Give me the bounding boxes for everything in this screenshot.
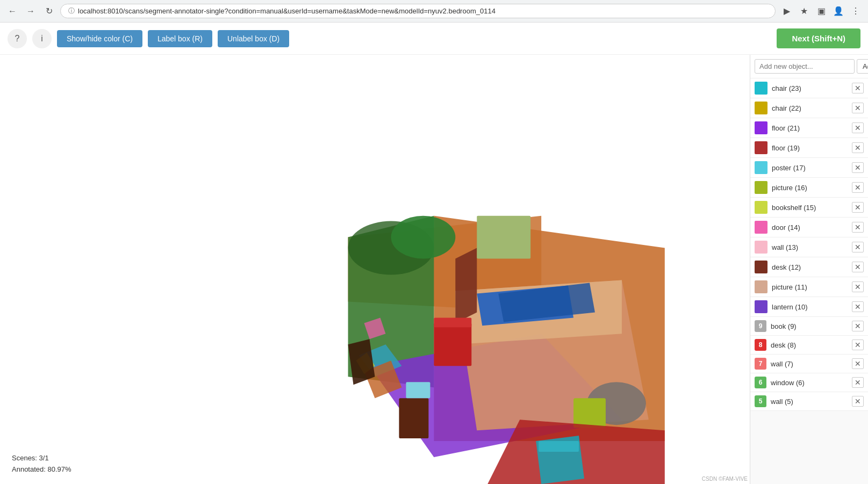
add-object-row: Add	[750, 55, 868, 78]
info-button[interactable]: i	[32, 29, 52, 48]
color-swatch	[755, 102, 767, 114]
remove-label-button[interactable]: ✕	[852, 202, 864, 213]
remove-label-button[interactable]: ✕	[852, 301, 864, 312]
svg-rect-12	[434, 317, 471, 327]
remove-label-button[interactable]: ✕	[852, 281, 864, 292]
color-swatch	[755, 300, 767, 313]
label-name: door (14)	[772, 223, 848, 232]
label-name: wall (5)	[771, 398, 848, 406]
cast-button[interactable]: ▶	[780, 4, 794, 18]
label-name: chair (23)	[772, 84, 848, 92]
label-box-button[interactable]: Label box (R)	[148, 30, 212, 47]
sidebar: Add chair (23)✕chair (22)✕floor (21)✕flo…	[750, 55, 868, 484]
label-name: book (9)	[771, 322, 848, 330]
status-bar: Scenes: 3/1 Annotated: 80.97%	[5, 450, 78, 479]
browser-actions: ▶ ★ ▣ 👤 ⋮	[780, 4, 863, 18]
browser-chrome: ← → ↻ ⓘ localhost:8010/scans/segment-ann…	[0, 0, 868, 23]
remove-label-button[interactable]: ✕	[852, 103, 864, 113]
color-swatch	[755, 161, 767, 174]
toolbar: ? i Show/hide color (C) Label box (R) Un…	[0, 23, 868, 55]
svg-rect-25	[406, 382, 430, 398]
remove-label-button[interactable]: ✕	[852, 142, 864, 153]
bookmark-button[interactable]: ★	[797, 4, 811, 18]
annotated-text: Annotated: 80.97%	[12, 464, 71, 475]
label-name: picture (11)	[772, 283, 848, 291]
label-name: bookshelf (15)	[772, 204, 848, 212]
svg-rect-13	[399, 398, 428, 438]
security-icon: ⓘ	[68, 6, 75, 16]
label-item[interactable]: poster (17)✕	[750, 158, 868, 178]
label-item[interactable]: floor (21)✕	[750, 118, 868, 138]
svg-point-4	[391, 216, 455, 259]
label-name: desk (12)	[772, 263, 848, 271]
address-bar[interactable]: ⓘ localhost:8010/scans/segment-annotator…	[60, 4, 776, 18]
label-name: wall (13)	[772, 243, 848, 251]
viewport[interactable]: Scenes: 3/1 Annotated: 80.97% CSDN ©FAM-…	[0, 55, 750, 484]
remove-label-button[interactable]: ✕	[852, 222, 864, 233]
remove-label-button[interactable]: ✕	[852, 83, 864, 93]
label-name: desk (8)	[771, 341, 848, 349]
label-list: chair (23)✕chair (22)✕floor (21)✕floor (…	[750, 78, 868, 484]
color-swatch	[755, 201, 767, 214]
number-badge: 9	[755, 320, 766, 332]
label-name: floor (19)	[772, 144, 848, 152]
reload-button[interactable]: ↻	[42, 4, 56, 18]
color-swatch	[755, 181, 767, 194]
scene-3d: Scenes: 3/1 Annotated: 80.97% CSDN ©FAM-…	[0, 55, 750, 484]
svg-rect-23	[477, 216, 530, 259]
menu-button[interactable]: ⋮	[849, 4, 863, 18]
profile-button[interactable]: 👤	[831, 4, 845, 18]
main-content: Scenes: 3/1 Annotated: 80.97% CSDN ©FAM-…	[0, 55, 868, 484]
number-badge: 8	[755, 339, 766, 351]
label-name: picture (16)	[772, 184, 848, 192]
color-swatch	[755, 141, 767, 154]
remove-label-button[interactable]: ✕	[852, 358, 864, 369]
remove-label-button[interactable]: ✕	[852, 242, 864, 252]
label-name: poster (17)	[772, 164, 848, 172]
unlabel-box-button[interactable]: Unlabel box (D)	[218, 30, 289, 47]
label-item[interactable]: lantern (10)✕	[750, 297, 868, 317]
svg-rect-18	[573, 398, 606, 428]
color-swatch	[755, 82, 767, 95]
remove-label-button[interactable]: ✕	[852, 162, 864, 173]
label-item[interactable]: 6window (6)✕	[750, 373, 868, 392]
label-item[interactable]: 5wall (5)✕	[750, 392, 868, 411]
window-button[interactable]: ▣	[814, 4, 828, 18]
label-item[interactable]: 7wall (7)✕	[750, 355, 868, 373]
label-item[interactable]: desk (12)✕	[750, 257, 868, 277]
label-item[interactable]: wall (13)✕	[750, 237, 868, 257]
add-object-button[interactable]: Add	[857, 59, 868, 74]
question-button[interactable]: ?	[8, 29, 27, 48]
label-item[interactable]: 8desk (8)✕	[750, 336, 868, 355]
label-name: floor (21)	[772, 124, 848, 132]
remove-label-button[interactable]: ✕	[852, 339, 864, 350]
remove-label-button[interactable]: ✕	[852, 262, 864, 272]
remove-label-button[interactable]: ✕	[852, 396, 864, 407]
number-badge: 6	[755, 377, 766, 388]
show-hide-color-button[interactable]: Show/hide color (C)	[57, 30, 142, 47]
label-item[interactable]: bookshelf (15)✕	[750, 198, 868, 218]
app-container: ? i Show/hide color (C) Label box (R) Un…	[0, 23, 868, 484]
label-item[interactable]: floor (19)✕	[750, 138, 868, 158]
svg-marker-10	[455, 248, 477, 323]
back-button[interactable]: ←	[5, 4, 19, 18]
next-button[interactable]: Next (Shift+N)	[777, 28, 860, 48]
color-swatch	[755, 121, 767, 134]
label-item[interactable]: chair (22)✕	[750, 98, 868, 118]
forward-button[interactable]: →	[24, 4, 38, 18]
add-object-input[interactable]	[755, 59, 855, 74]
label-item[interactable]: 9book (9)✕	[750, 317, 868, 336]
label-item[interactable]: chair (23)✕	[750, 78, 868, 98]
label-item[interactable]: picture (16)✕	[750, 178, 868, 198]
remove-label-button[interactable]: ✕	[852, 321, 864, 331]
remove-label-button[interactable]: ✕	[852, 377, 864, 388]
color-swatch	[755, 280, 767, 293]
label-item[interactable]: picture (11)✕	[750, 277, 868, 297]
color-swatch	[755, 221, 767, 234]
url-text: localhost:8010/scans/segment-annotator-s…	[78, 7, 496, 15]
remove-label-button[interactable]: ✕	[852, 122, 864, 133]
label-item[interactable]: door (14)✕	[750, 218, 868, 237]
remove-label-button[interactable]: ✕	[852, 182, 864, 193]
label-name: chair (22)	[772, 104, 848, 112]
color-swatch	[755, 241, 767, 254]
